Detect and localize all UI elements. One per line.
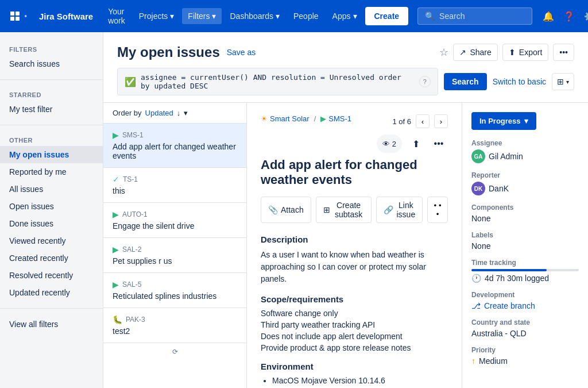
country-label: Country and state xyxy=(471,318,579,326)
reporter-avatar: DK xyxy=(471,182,485,195)
help-icon[interactable]: ❓ xyxy=(560,7,578,25)
toolbar-more-button[interactable]: • • • xyxy=(427,197,448,223)
header-top-row: My open issues Save as ☆ ↗ Share ⬆ Expor… xyxy=(117,44,574,61)
sidebar-item-updated-recently[interactable]: Updated recently xyxy=(0,284,103,301)
global-search-bar[interactable]: 🔍 Search xyxy=(417,7,532,25)
more-issue-options-button[interactable]: ••• xyxy=(430,135,448,153)
order-field-updated[interactable]: Updated xyxy=(145,109,173,117)
top-search-area: 🔍 Search 🔔 ❓ ⚙️ GA xyxy=(417,7,588,25)
sidebar-item-all-issues[interactable]: All issues xyxy=(0,180,103,198)
filters-chevron-icon: ▾ xyxy=(212,11,216,21)
issue-item-pak-3[interactable]: 🐛 PAK-3 test2 xyxy=(103,308,246,343)
development-field: Development ⎇ Create branch xyxy=(471,291,579,310)
breadcrumb-issue-key[interactable]: ▶ SMS-1 xyxy=(320,114,351,123)
attach-button[interactable]: 📎 Attach xyxy=(261,197,311,223)
issue-item-sal-5[interactable]: ▶ SAL-5 Reticulated splines industries xyxy=(103,273,246,308)
link-issue-button[interactable]: 🔗 Link issue xyxy=(376,197,423,223)
create-button[interactable]: Create xyxy=(365,7,409,25)
issues-list: Order by Updated ↓ ▾ ▶ SMS-1 Add app ale… xyxy=(103,103,247,388)
issue-title: Add app alert for changed weather events xyxy=(261,157,448,187)
issue-item-auto-1[interactable]: ▶ AUTO-1 Engage the silent drive xyxy=(103,203,246,238)
issue-summary: test2 xyxy=(113,326,237,336)
content-area: Order by Updated ↓ ▾ ▶ SMS-1 Add app ale… xyxy=(103,103,588,388)
nav-icons: 🔔 ❓ ⚙️ GA xyxy=(539,7,588,25)
apps-link[interactable]: Apps ▾ xyxy=(327,8,363,24)
star-button[interactable]: ☆ xyxy=(439,46,448,59)
issue-item-sal-2[interactable]: ▶ SAL-2 Pet supplies r us xyxy=(103,238,246,273)
jql-search-button[interactable]: Search xyxy=(444,73,487,90)
labels-label: Labels xyxy=(471,231,579,239)
view-toggle-chevron-icon: ▾ xyxy=(566,79,569,85)
apps-chevron-icon: ▾ xyxy=(353,11,357,21)
assignee-label: Assignee xyxy=(471,139,579,147)
story-icon: ▶ xyxy=(113,130,119,140)
jql-help-icon[interactable]: ? xyxy=(419,76,431,87)
sidebar-item-search-issues[interactable]: Search issues xyxy=(0,55,103,72)
create-branch-link[interactable]: ⎇ Create branch xyxy=(471,301,579,310)
more-options-button[interactable]: ••• xyxy=(553,44,574,61)
people-link[interactable]: People xyxy=(288,8,324,24)
status-button[interactable]: In Progress ▾ xyxy=(471,112,536,130)
environment-section: Environment MacOS Mojave Version 10.14.6 xyxy=(261,362,448,385)
bug-icon: 🐛 xyxy=(113,315,122,324)
sidebar-item-view-all-filters[interactable]: View all filters xyxy=(0,316,103,333)
breadcrumb-separator: / xyxy=(314,114,316,123)
breadcrumb-project[interactable]: ☀ Smart Solar xyxy=(261,114,310,123)
issue-item-ts-1[interactable]: ✓ TS-1 this xyxy=(103,168,246,203)
filters-link[interactable]: Filters ▾ xyxy=(182,8,222,24)
your-work-link[interactable]: Your work xyxy=(102,3,131,29)
time-tracking-label: Time tracking xyxy=(471,259,579,267)
sidebar-item-created-recently[interactable]: Created recently xyxy=(0,249,103,267)
projects-link[interactable]: Projects ▾ xyxy=(133,8,180,24)
story-icon: ▶ xyxy=(113,245,119,254)
share-button[interactable]: ↗ Share xyxy=(453,44,497,61)
breadcrumb-project-icon: ▶ xyxy=(320,114,326,123)
dashboards-chevron-icon: ▾ xyxy=(276,11,280,21)
assignee-name: Gil Admin xyxy=(489,152,523,161)
description-text: As a user I want to know when bad weathe… xyxy=(261,249,448,285)
share-issue-button[interactable]: ⬆ xyxy=(407,135,425,153)
issue-actions-bar: 1 of 6 ‹ › xyxy=(392,114,448,128)
sidebar-item-resolved-recently[interactable]: Resolved recently xyxy=(0,267,103,284)
sidebar-item-my-open-issues[interactable]: My open issues xyxy=(0,146,103,163)
sidebar-item-reported-by-me[interactable]: Reported by me xyxy=(0,163,103,180)
issue-key-row: ▶ SAL-2 xyxy=(113,245,237,254)
jql-bar: ✅ assignee = currentUser() AND resolutio… xyxy=(117,68,438,95)
country-field: Country and state Australia - QLD xyxy=(471,318,579,338)
prev-issue-button[interactable]: ‹ xyxy=(416,114,430,128)
order-chevron-icon[interactable]: ▾ xyxy=(184,109,188,117)
description-section: Description As a user I want to know whe… xyxy=(261,235,448,285)
app-logo[interactable]: Jira Software xyxy=(9,10,93,22)
scope-list: Software change only Third party weather… xyxy=(261,309,448,352)
sidebar-item-done-issues[interactable]: Done issues xyxy=(0,215,103,232)
priority-field: Priority ↑ Medium xyxy=(471,346,579,366)
issue-summary: Reticulated splines industries xyxy=(113,291,237,301)
next-issue-button[interactable]: › xyxy=(434,114,448,128)
priority-text: Medium xyxy=(479,356,508,366)
issue-detail-panel: ☀ Smart Solar / ▶ SMS-1 1 of 6 ‹ xyxy=(247,103,462,388)
settings-icon[interactable]: ⚙️ xyxy=(581,7,588,25)
view-toggle[interactable]: ⊞ ▾ xyxy=(552,73,574,90)
issue-key-row: ✓ TS-1 xyxy=(113,175,237,184)
switch-to-basic-link[interactable]: Switch to basic xyxy=(493,77,546,86)
top-nav-links: Your work Projects ▾ Filters ▾ Dashboard… xyxy=(102,3,408,29)
notifications-icon[interactable]: 🔔 xyxy=(539,7,558,25)
save-as-link[interactable]: Save as xyxy=(227,48,256,57)
time-bar xyxy=(471,269,579,271)
task-icon: ✓ xyxy=(113,175,119,184)
issue-key-text: SAL-2 xyxy=(122,245,141,253)
sidebar-item-viewed-recently[interactable]: Viewed recently xyxy=(0,232,103,249)
issue-key-row: 🐛 PAK-3 xyxy=(113,315,237,324)
sidebar-item-my-test-filter[interactable]: My test filter xyxy=(0,101,103,118)
status-label: In Progress xyxy=(479,117,521,125)
issue-item-sms-1[interactable]: ▶ SMS-1 Add app alert for changed weathe… xyxy=(103,124,246,168)
dashboards-link[interactable]: Dashboards ▾ xyxy=(224,8,285,24)
export-button[interactable]: ⬆ Export xyxy=(502,44,548,61)
main-content: My open issues Save as ☆ ↗ Share ⬆ Expor… xyxy=(103,32,588,388)
create-subtask-button[interactable]: ⊞ Create subtask xyxy=(316,197,372,223)
priority-value: ↑ Medium xyxy=(471,356,579,366)
right-panel: In Progress ▾ Assignee GA Gil Admin Repo… xyxy=(462,103,588,388)
sidebar-item-open-issues[interactable]: Open issues xyxy=(0,198,103,215)
clock-icon: 🕐 xyxy=(471,274,481,283)
watch-button[interactable]: 👁 2 xyxy=(377,135,402,153)
